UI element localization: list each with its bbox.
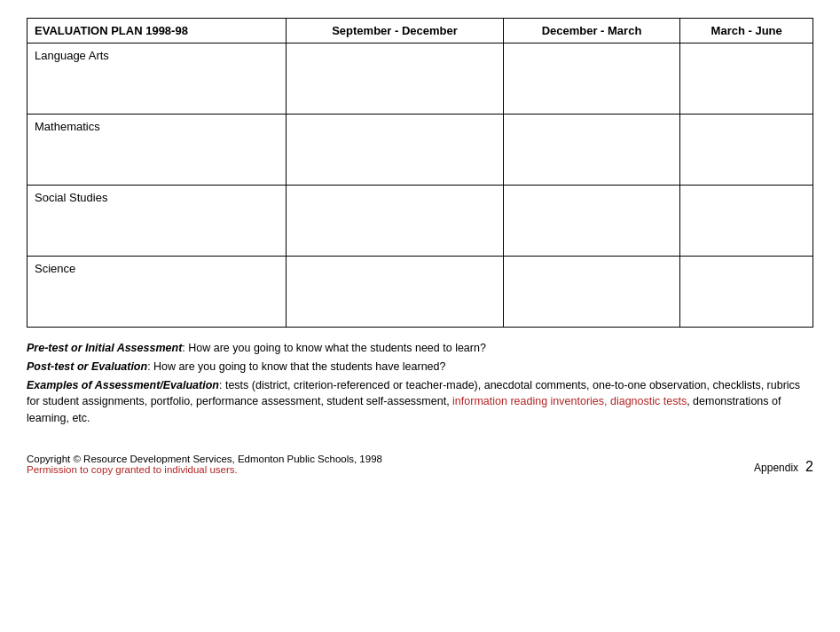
- cell-science-mar-jun[interactable]: [680, 257, 813, 328]
- footer-right: Appendix 2: [754, 459, 813, 475]
- note-posttest: Post-test or Evaluation: How are you goi…: [27, 359, 813, 375]
- col-header-sep-dec: September - December: [287, 19, 503, 43]
- col-header-plan: EVALUATION PLAN 1998-98: [27, 19, 287, 43]
- cell-social-studies-sep-dec[interactable]: [287, 186, 503, 257]
- row-social-studies: Social Studies: [27, 186, 813, 257]
- page-number: 2: [805, 459, 813, 475]
- cell-social-studies-mar-jun[interactable]: [680, 186, 813, 257]
- note-examples-colored: information reading inventories, diagnos…: [452, 395, 687, 407]
- copyright-text: Copyright © Resource Development Service…: [27, 454, 382, 464]
- notes-section: Pre-test or Initial Assessment: How are …: [27, 340, 813, 427]
- cell-science-sep-dec[interactable]: [287, 257, 503, 328]
- row-mathematics: Mathematics: [27, 115, 813, 186]
- cell-social-studies-label: Social Studies: [27, 186, 287, 257]
- appendix-label: Appendix: [754, 462, 798, 474]
- cell-language-arts-sep-dec[interactable]: [287, 43, 503, 115]
- note-pretest-text: : How are you going to know what the stu…: [182, 342, 486, 354]
- cell-social-studies-dec-mar[interactable]: [503, 186, 680, 257]
- cell-mathematics-sep-dec[interactable]: [287, 115, 503, 186]
- footer: Copyright © Resource Development Service…: [27, 454, 813, 475]
- row-language-arts: Language Arts: [27, 43, 813, 115]
- col-header-dec-mar: December - March: [503, 19, 680, 43]
- cell-mathematics-dec-mar[interactable]: [503, 115, 680, 186]
- col-header-mar-jun: March - June: [680, 19, 813, 43]
- permission-text: Permission to copy granted to individual…: [27, 464, 382, 475]
- cell-science-label: Science: [27, 257, 287, 328]
- evaluation-table: EVALUATION PLAN 1998-98 September - Dece…: [27, 18, 813, 328]
- note-examples-label: Examples of Assessment/Evaluation: [27, 379, 219, 391]
- note-pretest: Pre-test or Initial Assessment: How are …: [27, 340, 813, 357]
- note-pretest-label: Pre-test or Initial Assessment: [27, 342, 182, 354]
- row-science: Science: [27, 257, 813, 328]
- cell-mathematics-label: Mathematics: [27, 115, 287, 186]
- page-container: EVALUATION PLAN 1998-98 September - Dece…: [27, 18, 813, 475]
- cell-mathematics-mar-jun[interactable]: [680, 115, 813, 186]
- note-posttest-text: : How are you going to know that the stu…: [147, 360, 445, 373]
- note-examples: Examples of Assessment/Evaluation: tests…: [27, 377, 813, 427]
- cell-science-dec-mar[interactable]: [503, 257, 680, 328]
- cell-language-arts-dec-mar[interactable]: [503, 43, 680, 115]
- cell-language-arts-mar-jun[interactable]: [680, 43, 813, 115]
- cell-language-arts-label: Language Arts: [27, 43, 287, 115]
- footer-left: Copyright © Resource Development Service…: [27, 454, 382, 475]
- note-posttest-label: Post-test or Evaluation: [27, 360, 147, 373]
